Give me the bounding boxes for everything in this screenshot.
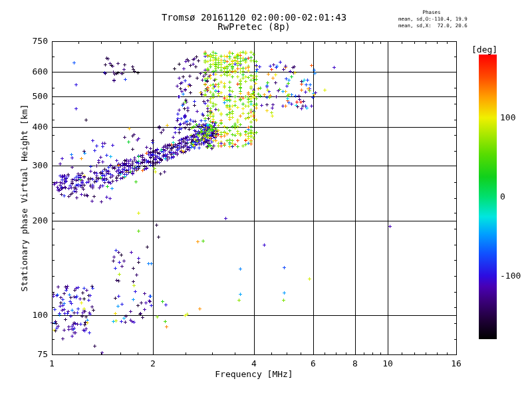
x-axis-title: Frequency [MHz] bbox=[52, 369, 456, 379]
colorbar-tick-label: 0 bbox=[500, 192, 529, 201]
colorbar bbox=[479, 55, 497, 339]
phase-stats-x-mode: mean, sd,X: 72.0, 20.6 bbox=[398, 23, 479, 29]
x-tick-label: 6 bbox=[300, 359, 327, 368]
y-tick-label: 400 bbox=[20, 122, 48, 132]
phase-stats-o-mode: mean, sd,O:-110.4, 19.9 bbox=[398, 16, 479, 23]
phase-stats-heading: Phases bbox=[398, 9, 465, 16]
y-tick-label: 600 bbox=[20, 67, 48, 76]
y-tick-label: 500 bbox=[20, 92, 48, 101]
y-tick-label: 100 bbox=[20, 311, 48, 320]
x-tick-label: 10 bbox=[374, 359, 401, 368]
y-tick-label: 300 bbox=[20, 161, 48, 170]
colorbar-unit-label: [deg] bbox=[471, 45, 497, 55]
y-tick-label: 75 bbox=[20, 350, 48, 359]
x-tick-label: 1 bbox=[39, 359, 65, 368]
phase-stats-block: Phases mean, sd,O:-110.4, 19.9 mean, sd,… bbox=[398, 9, 479, 29]
x-tick-label: 2 bbox=[140, 359, 166, 368]
ionogram-page: Tromsø 20161120 02:00:00-02:01:43 RwPret… bbox=[0, 0, 532, 399]
y-tick-label: 750 bbox=[20, 37, 48, 46]
x-tick-label: 8 bbox=[342, 359, 368, 368]
x-tick-label: 16 bbox=[443, 359, 469, 368]
colorbar-tick-label: -100 bbox=[500, 271, 529, 281]
y-tick-label: 200 bbox=[20, 216, 48, 225]
plot-subtitle: RwPretec (8p) bbox=[52, 21, 456, 32]
ionogram-plot-canvas bbox=[0, 0, 532, 399]
colorbar-tick-label: 100 bbox=[500, 113, 529, 122]
x-tick-label: 4 bbox=[241, 359, 267, 368]
